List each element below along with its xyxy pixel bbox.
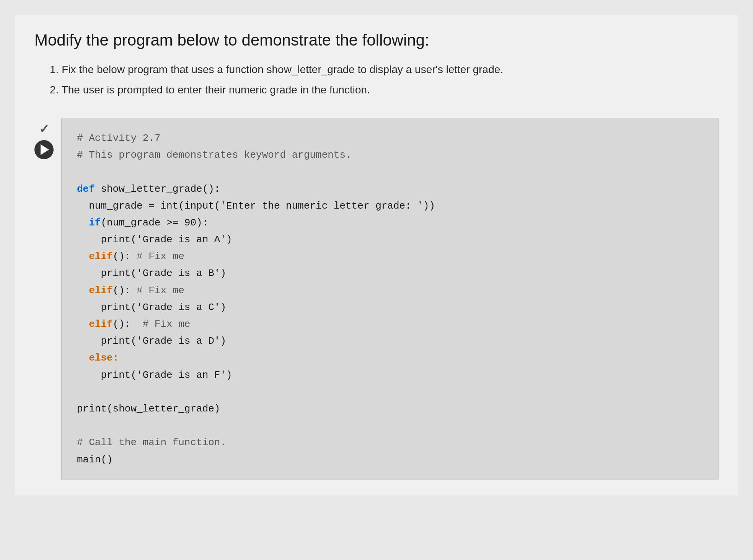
code-print-b: print('Grade is a B') [77, 265, 703, 282]
code-print-f: print('Grade is an F') [77, 367, 703, 384]
code-print-call: print(show_letter_grade) [77, 400, 703, 417]
checkmark-icon: ✓ [39, 122, 49, 136]
page-container: Modify the program below to demonstrate … [15, 15, 738, 495]
code-comment-1: # Activity 2.7 [77, 130, 703, 147]
code-print-d: print('Grade is a D') [77, 333, 703, 349]
code-elif-2: elif(): # Fix me [77, 282, 703, 299]
left-controls: ✓ [34, 118, 54, 159]
play-triangle-icon [41, 144, 49, 155]
code-comment-2: # This program demonstrates keyword argu… [77, 147, 703, 163]
code-main-call: main() [77, 451, 703, 468]
code-else-line: else: [77, 349, 703, 366]
code-blank-3 [77, 417, 703, 434]
code-def-line: def show_letter_grade(): [77, 181, 703, 198]
code-if-line: if(num_grade >= 90): [77, 214, 703, 231]
play-button[interactable] [34, 140, 54, 159]
instruction-1: 1. Fix the below program that uses a fun… [50, 61, 719, 78]
code-elif-1: elif(): # Fix me [77, 248, 703, 265]
code-section: ✓ # Activity 2.7 # This program demonstr… [34, 118, 719, 480]
instructions-list: 1. Fix the below program that uses a fun… [50, 61, 719, 99]
code-print-c: print('Grade is a C') [77, 299, 703, 316]
page-title: Modify the program below to demonstrate … [34, 31, 719, 50]
code-blank-1 [77, 163, 703, 180]
code-elif-3: elif(): # Fix me [77, 316, 703, 333]
code-num-grade: num_grade = int(input('Enter the numeric… [77, 198, 703, 214]
code-blank-2 [77, 384, 703, 400]
code-comment-3: # Call the main function. [77, 434, 703, 451]
code-print-a: print('Grade is an A') [77, 231, 703, 248]
code-block[interactable]: # Activity 2.7 # This program demonstrat… [61, 118, 719, 480]
instruction-2: 2. The user is prompted to enter their n… [50, 82, 719, 99]
